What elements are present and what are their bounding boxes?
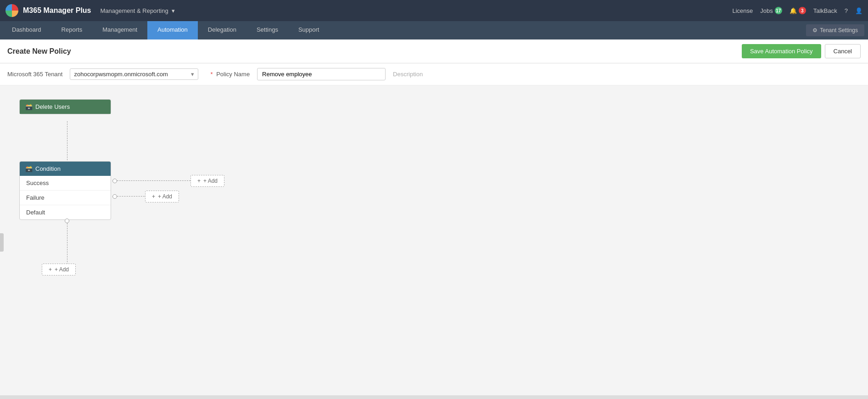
policy-name-required-star: * (210, 71, 213, 78)
chevron-down-icon: ▾ (191, 71, 194, 78)
drag-handle[interactable] (0, 233, 4, 252)
save-automation-policy-button[interactable]: Save Automation Policy (742, 44, 821, 58)
success-label: Success (26, 180, 49, 186)
add-success-button[interactable]: + + Add (190, 175, 224, 187)
plus-icon-failure: + (152, 193, 155, 200)
jobs-button[interactable]: Jobs 17 (760, 7, 782, 14)
condition-row-default: Default (20, 205, 111, 219)
tenant-dropdown[interactable]: zohocorpwsmopm.onmicrosoft.com ▾ (70, 68, 198, 80)
page-header: Create New Policy Save Automation Policy… (0, 39, 868, 63)
topbar: M365 Manager Plus Management & Reporting… (0, 0, 868, 21)
tab-support[interactable]: Support (288, 21, 330, 39)
bell-icon: 🔔 (790, 7, 797, 14)
tab-dashboard[interactable]: Dashboard (2, 21, 51, 39)
user-icon: 👤 (855, 7, 862, 14)
notifications-button[interactable]: 🔔 3 (790, 7, 806, 14)
tab-delegation[interactable]: Delegation (198, 21, 246, 39)
condition-icon: 🗃️ (25, 165, 33, 172)
jobs-badge: 17 (775, 7, 782, 14)
tenant-value: zohocorpwsmopm.onmicrosoft.com (74, 71, 168, 78)
notifications-badge: 3 (799, 7, 806, 14)
gear-icon: ⚙ (812, 27, 818, 34)
tenant-settings-button[interactable]: ⚙ Tenant Settings (806, 24, 864, 36)
navtabs: Dashboard Reports Management Automation … (0, 21, 868, 39)
tab-reports[interactable]: Reports (51, 21, 93, 39)
horizontal-scrollbar[interactable] (0, 395, 868, 399)
delete-users-icon: 🗃️ (25, 103, 33, 110)
tenant-label: Microsoft 365 Tenant (7, 71, 62, 78)
management-reporting-dropdown[interactable]: Management & Reporting ▾ (101, 7, 175, 14)
help-button[interactable]: ? (845, 7, 848, 14)
talkback-link[interactable]: TalkBack (813, 7, 837, 14)
policy-name-input[interactable] (257, 68, 386, 80)
add-bottom-button[interactable]: + + Add (42, 264, 76, 275)
default-label: Default (26, 209, 45, 216)
circle-bottom-condition (65, 219, 69, 223)
circle-success (112, 179, 117, 183)
delete-users-node-header: 🗃️ Delete Users (20, 100, 111, 114)
h-line-failure (117, 196, 145, 197)
connector-1 (67, 121, 67, 163)
condition-row-success: Success (20, 176, 111, 191)
tab-management[interactable]: Management (92, 21, 147, 39)
brand-logo (6, 4, 18, 17)
license-link[interactable]: License (732, 7, 753, 14)
plus-icon-success: + (197, 178, 201, 184)
policy-bar: Microsoft 365 Tenant zohocorpwsmopm.onmi… (0, 63, 868, 85)
policy-name-label: Policy Name (216, 71, 250, 78)
condition-row-failure: Failure (20, 191, 111, 205)
brand-name: M365 Manager Plus (23, 6, 91, 15)
plus-icon-bottom: + (49, 266, 52, 273)
condition-label: Condition (35, 165, 61, 172)
dropdown-arrow-icon: ▾ (172, 7, 175, 14)
add-failure-button[interactable]: + + Add (145, 191, 179, 202)
tab-settings[interactable]: Settings (246, 21, 288, 39)
description-field[interactable]: Description (393, 71, 423, 78)
user-avatar[interactable]: 👤 (855, 7, 862, 14)
h-line-success (117, 180, 190, 181)
page-title: Create New Policy (7, 47, 71, 56)
delete-users-node[interactable]: 🗃️ Delete Users (19, 99, 111, 114)
failure-label: Failure (26, 194, 45, 201)
delete-users-label: Delete Users (35, 103, 70, 110)
tab-automation[interactable]: Automation (147, 21, 198, 39)
connector-2 (67, 223, 67, 264)
condition-node-header: 🗃️ Condition (20, 162, 111, 176)
circle-failure (112, 194, 117, 199)
cancel-button[interactable]: Cancel (825, 44, 861, 58)
condition-node[interactable]: 🗃️ Condition Success Failure Default (19, 161, 111, 220)
flow-canvas: 🗃️ Delete Users 🗃️ Condition Success Fai… (0, 85, 868, 399)
